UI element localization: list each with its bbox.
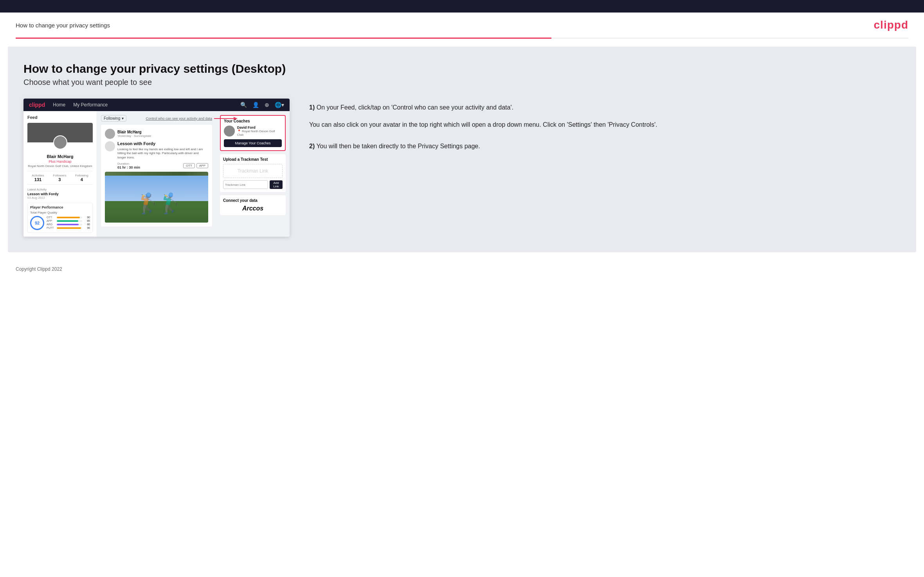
location-icon: 📍 — [237, 129, 241, 133]
trackman-box: Upload a Trackman Test Trackman Link Add… — [220, 154, 286, 192]
connect-title: Connect your data — [223, 198, 283, 203]
feed-label: Feed — [27, 115, 93, 120]
post-content-row: Lesson with Fordy Looking to feel like m… — [105, 141, 208, 169]
bar-putt: PUTT 96 — [47, 226, 90, 229]
step-2: 2) You will then be taken directly to th… — [309, 141, 893, 151]
coach-club: 📍 Royal North Devon Golf Club — [237, 129, 282, 137]
avatar-icon: 🌐▾ — [275, 102, 284, 108]
bar-putt-label: PUTT — [47, 226, 55, 229]
mock-logo: clippd — [29, 102, 45, 108]
step2-text: 2) You will then be taken directly to th… — [309, 141, 893, 151]
post-content: Lesson with Fordy Looking to feel like m… — [117, 141, 208, 169]
feed-image: 🏌️ 🏌️‍♂️ — [105, 172, 208, 223]
stat-activities-value: 131 — [32, 177, 44, 182]
stat-followers-label: Followers — [53, 174, 66, 177]
activity-date: 03 Aug 2022 — [27, 196, 93, 200]
chevron-down-icon: ▾ — [122, 116, 124, 120]
profile-tag: Plus Handicap — [27, 160, 93, 164]
step1-num: 1) — [309, 104, 315, 111]
coach-club-name: Royal North Devon Golf Club — [237, 129, 275, 137]
footer: Copyright Clippd 2022 — [0, 260, 924, 278]
add-link-button[interactable]: Add Link — [270, 180, 283, 189]
mock-nav-bar: clippd Home My Performance 🔍 👤 ⊕ 🌐▾ — [23, 99, 290, 111]
trackman-input[interactable] — [223, 180, 268, 189]
following-bar: Following ▾ Control who can see your act… — [101, 115, 212, 122]
post-meta: Yesterday · Sunningdale — [117, 134, 151, 138]
step2-num: 2) — [309, 143, 315, 149]
profile-name: Blair McHarg — [27, 154, 93, 159]
profile-avatar — [53, 135, 67, 149]
bar-list: OTT 90 APP — [47, 216, 90, 230]
manage-coaches-button[interactable]: Manage Your Coaches — [224, 139, 282, 147]
tag-app: APP — [196, 163, 208, 168]
duration-info: Duration 01 hr : 30 min — [117, 162, 140, 169]
bar-putt-val: 96 — [84, 226, 90, 229]
bar-ott-track — [57, 217, 82, 218]
copyright: Copyright Clippd 2022 — [16, 266, 62, 272]
trackman-placeholder: Trackman Link — [227, 168, 278, 174]
trackman-title: Upload a Trackman Test — [223, 157, 283, 162]
bar-arg-track — [57, 224, 82, 225]
breadcrumb: How to change your privacy settings — [16, 22, 110, 29]
bar-ott: OTT 90 — [47, 216, 90, 219]
bar-putt-fill — [57, 227, 81, 229]
golfer-2-icon: 🏌️‍♂️ — [158, 192, 182, 215]
mock-browser: clippd Home My Performance 🔍 👤 ⊕ 🌐▾ Feed — [23, 99, 290, 237]
following-button[interactable]: Following ▾ — [101, 115, 126, 122]
bar-app-label: APP — [47, 219, 55, 222]
bar-arg-val: 86 — [84, 223, 90, 226]
search-icon: 🔍 — [240, 102, 247, 108]
stat-followers: Followers 3 — [53, 174, 66, 182]
bar-ott-fill — [57, 217, 80, 218]
bar-arg: ARG 86 — [47, 223, 90, 226]
duration-value: 01 hr : 30 min — [117, 165, 140, 169]
arrow-svg — [214, 116, 238, 121]
post-description: Looking to feel like my hands are exitin… — [117, 147, 208, 160]
mock-feed: Following ▾ Control who can see your act… — [97, 111, 216, 237]
duration-label: Duration — [117, 162, 140, 165]
post-author-avatar — [105, 129, 115, 139]
bar-app-fill — [57, 220, 78, 222]
step1-main-text: On your Feed, click/tap on 'Control who … — [317, 104, 513, 111]
post-author-name: Blair McHarg — [117, 130, 151, 134]
profile-stats: Activities 131 Followers 3 Following 4 — [27, 171, 93, 185]
step1-extra-text: You can also click on your avatar in the… — [309, 120, 893, 130]
main-content: How to change your privacy settings (Des… — [8, 47, 916, 252]
connect-box: Connect your data Arccos — [220, 195, 286, 215]
bar-app: APP 85 — [47, 219, 90, 222]
instructions-panel: 1) On your Feed, click/tap on 'Control w… — [301, 99, 901, 167]
total-quality-label: Total Player Quality — [30, 211, 90, 214]
mock-nav-performance: My Performance — [73, 102, 108, 108]
bar-ott-label: OTT — [47, 216, 55, 219]
mock-body: Feed Blair McHarg Plus Handicap Royal No… — [23, 111, 290, 237]
golfer-1-icon: 🏌️ — [136, 192, 160, 215]
user-icon: 👤 — [252, 102, 259, 108]
latest-activity-label: Latest Activity — [27, 188, 93, 191]
step1-text: 1) On your Feed, click/tap on 'Control w… — [309, 102, 893, 113]
bar-putt-track — [57, 227, 82, 229]
mock-nav-home: Home — [53, 102, 65, 108]
main-subtitle: Choose what you want people to see — [23, 78, 901, 87]
post-header: Blair McHarg Yesterday · Sunningdale — [105, 129, 208, 139]
player-performance: Player Performance Total Player Quality … — [27, 203, 93, 233]
header: How to change your privacy settings clip… — [0, 13, 924, 38]
trackman-input-row: Add Link — [223, 180, 283, 189]
mock-nav-right: 🔍 👤 ⊕ 🌐▾ — [240, 102, 284, 108]
score-circle: 92 — [30, 216, 44, 230]
post-title: Lesson with Fordy — [117, 141, 208, 146]
bar-app-val: 85 — [84, 219, 90, 222]
trackman-link-area: Trackman Link — [223, 164, 283, 178]
bar-ott-val: 90 — [84, 216, 90, 219]
stat-following-value: 4 — [75, 177, 88, 182]
mock-sidebar: Feed Blair McHarg Plus Handicap Royal No… — [23, 111, 97, 237]
demo-area: clippd Home My Performance 🔍 👤 ⊕ 🌐▾ Feed — [23, 99, 901, 237]
coach-avatar — [224, 126, 235, 137]
coach-name: David Ford — [237, 126, 282, 129]
main-title: How to change your privacy settings (Des… — [23, 62, 901, 75]
control-link[interactable]: Control who can see your activity and da… — [146, 117, 212, 120]
control-link-area: Control who can see your activity and da… — [146, 117, 212, 120]
tag-ott: OTT — [183, 163, 195, 168]
feed-card: Blair McHarg Yesterday · Sunningdale Les… — [101, 125, 212, 226]
clippd-logo: clippd — [874, 19, 908, 31]
following-label: Following — [104, 116, 120, 120]
